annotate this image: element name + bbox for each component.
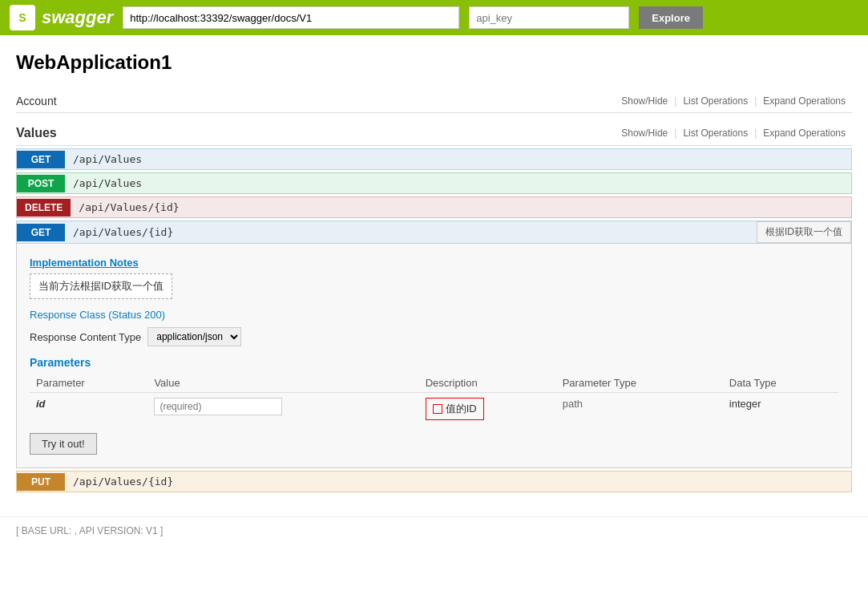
param-name: id xyxy=(30,393,147,426)
endpoint-path-put: /api/Values/{id} xyxy=(65,471,851,492)
impl-notes-title: Implementation Notes xyxy=(30,257,838,269)
endpoint-get-values[interactable]: GET /api/Values xyxy=(16,148,852,170)
values-section-actions: Show/Hide | List Operations | Expand Ope… xyxy=(615,127,852,139)
param-desc-cell: 值的ID xyxy=(419,393,556,426)
values-section-title: Values xyxy=(16,126,615,140)
values-section: Values Show/Hide | List Operations | Exp… xyxy=(16,121,852,492)
param-desc-border: 值的ID xyxy=(426,398,484,420)
account-section-header: Account Show/Hide | List Operations | Ex… xyxy=(16,90,852,113)
response-content-type-select[interactable]: application/json text/xml xyxy=(147,327,241,346)
param-type: path xyxy=(556,393,723,426)
account-expand-ops[interactable]: Expand Operations xyxy=(757,95,852,107)
method-badge-get-id: GET xyxy=(17,224,65,241)
page-title: WebApplication1 xyxy=(16,51,852,74)
apikey-input[interactable] xyxy=(469,6,629,29)
account-section-actions: Show/Hide | List Operations | Expand Ope… xyxy=(615,95,852,107)
response-content-type-row: Response Content Type application/json t… xyxy=(30,327,838,346)
values-expand-ops[interactable]: Expand Operations xyxy=(757,127,852,139)
endpoint-path-delete: /api/Values/{id} xyxy=(71,197,851,217)
get-one-value-button[interactable]: 根据ID获取一个值 xyxy=(757,221,851,243)
explore-button[interactable]: Explore xyxy=(639,6,703,29)
col-parameter: Parameter xyxy=(30,374,147,393)
endpoint-delete-values-id[interactable]: DELETE /api/Values/{id} xyxy=(16,196,852,218)
response-content-type-label: Response Content Type xyxy=(30,331,141,343)
account-section-title: Account xyxy=(16,95,615,107)
endpoint-detail-panel: Implementation Notes 当前方法根据ID获取一个值 Respo… xyxy=(16,244,852,468)
col-parameter-type: Parameter Type xyxy=(556,374,723,393)
param-value-input[interactable] xyxy=(154,398,282,415)
parameters-table: Parameter Value Description Parameter Ty… xyxy=(30,374,838,425)
endpoint-path-post: /api/Values xyxy=(65,173,851,193)
endpoint-path-get-id: /api/Values/{id} xyxy=(65,222,757,242)
logo: S swagger xyxy=(10,5,113,30)
url-input[interactable] xyxy=(123,6,459,29)
parameters-title: Parameters xyxy=(30,356,838,369)
app-header: S swagger Explore xyxy=(0,0,868,35)
try-it-button[interactable]: Try it out! xyxy=(30,433,97,455)
method-badge-post: POST xyxy=(17,175,65,192)
values-section-header: Values Show/Hide | List Operations | Exp… xyxy=(16,121,852,146)
account-section: Account Show/Hide | List Operations | Ex… xyxy=(16,90,852,113)
method-badge-delete: DELETE xyxy=(17,199,71,216)
param-desc-inner-box xyxy=(433,404,442,414)
endpoint-put-values-id[interactable]: PUT /api/Values/{id} xyxy=(16,471,852,492)
endpoint-path: /api/Values xyxy=(65,149,851,169)
header-title: swagger xyxy=(42,7,113,28)
response-class-title: Response Class (Status 200) xyxy=(30,309,838,321)
values-list-ops[interactable]: List Operations xyxy=(676,127,754,139)
param-data-type: integer xyxy=(723,393,838,426)
account-show-hide[interactable]: Show/Hide xyxy=(615,95,674,107)
col-data-type: Data Type xyxy=(723,374,838,393)
endpoint-post-values[interactable]: POST /api/Values xyxy=(16,172,852,194)
endpoint-get-values-id[interactable]: GET /api/Values/{id} 根据ID获取一个值 xyxy=(16,221,852,244)
col-value: Value xyxy=(147,374,418,393)
param-desc-text: 值的ID xyxy=(446,402,477,416)
method-badge-get: GET xyxy=(17,151,65,168)
swagger-icon: S xyxy=(10,5,35,30)
col-description: Description xyxy=(419,374,556,393)
param-value-cell xyxy=(147,393,418,426)
method-badge-put: PUT xyxy=(17,473,65,491)
base-url-bar: [ BASE URL: , API VERSION: V1 ] xyxy=(0,516,868,544)
main-content: WebApplication1 Account Show/Hide | List… xyxy=(0,35,868,516)
impl-notes-box: 当前方法根据ID获取一个值 xyxy=(30,273,172,299)
table-row: id 值的ID path integer xyxy=(30,393,838,426)
values-show-hide[interactable]: Show/Hide xyxy=(615,127,674,139)
impl-notes-text: 当前方法根据ID获取一个值 xyxy=(38,280,164,292)
base-url-text: [ BASE URL: , API VERSION: V1 ] xyxy=(16,525,163,536)
account-list-ops[interactable]: List Operations xyxy=(676,95,754,107)
